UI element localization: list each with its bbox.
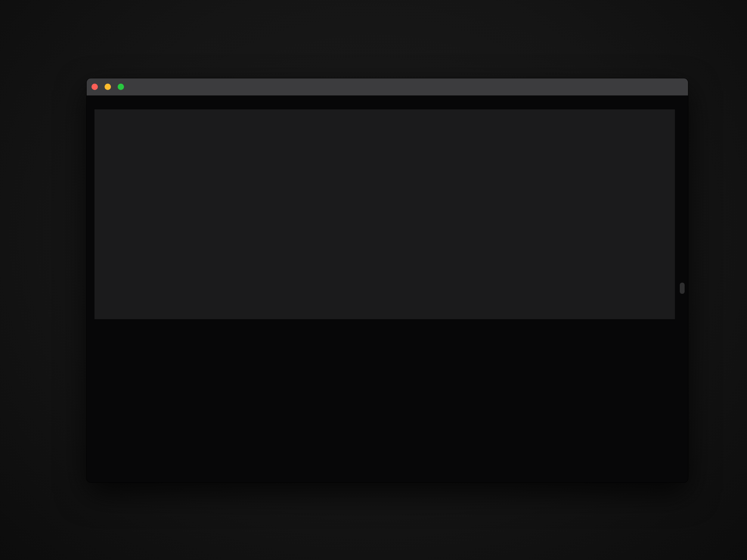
vulnerability-report-panel — [94, 109, 675, 319]
terminal-output — [87, 96, 688, 445]
terminal-window — [87, 78, 688, 482]
scrollbar-thumb[interactable] — [680, 283, 685, 294]
window-titlebar[interactable] — [87, 78, 688, 96]
window-title — [87, 78, 688, 95]
